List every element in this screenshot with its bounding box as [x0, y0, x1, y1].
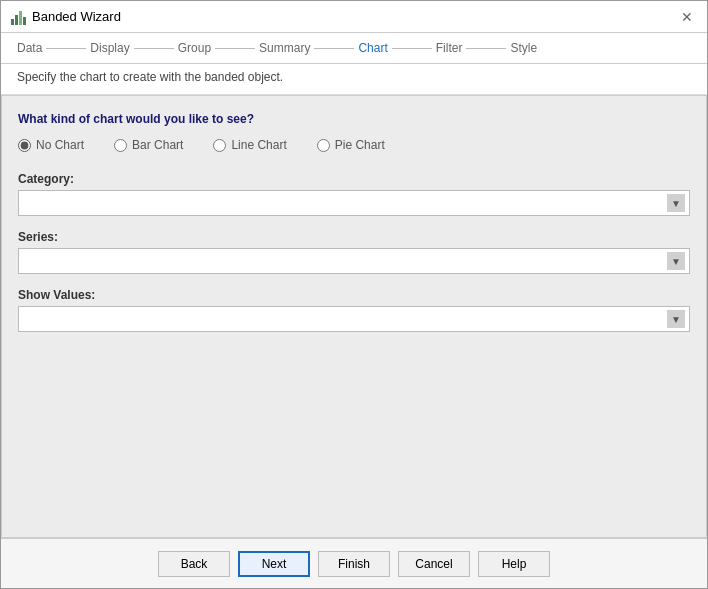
series-dropdown-arrow: ▼: [667, 252, 685, 270]
show-values-dropdown-arrow: ▼: [667, 310, 685, 328]
nav-item-group[interactable]: Group: [178, 41, 211, 55]
nav-sep-5: [388, 48, 436, 49]
nav-sep-4: [310, 48, 358, 49]
help-button[interactable]: Help: [478, 551, 550, 577]
show-values-label: Show Values:: [18, 288, 690, 302]
nav-item-summary[interactable]: Summary: [259, 41, 310, 55]
back-button[interactable]: Back: [158, 551, 230, 577]
wizard-window: Banded Wizard ✕ Data Display Group Summa…: [0, 0, 708, 589]
show-values-dropdown[interactable]: ▼: [18, 306, 690, 332]
cancel-button[interactable]: Cancel: [398, 551, 470, 577]
nav-sep-2: [130, 48, 178, 49]
app-icon: [11, 9, 26, 25]
nav-sep-1: [42, 48, 90, 49]
category-dropdown-arrow: ▼: [667, 194, 685, 212]
nav-sep-6: [462, 48, 510, 49]
nav-bar: Data Display Group Summary Chart Filter …: [1, 33, 707, 64]
close-button[interactable]: ✕: [677, 7, 697, 27]
chart-type-radio-group: No Chart Bar Chart Line Chart Pie Chart: [18, 138, 690, 152]
radio-line-chart[interactable]: Line Chart: [213, 138, 286, 152]
nav-item-data[interactable]: Data: [17, 41, 42, 55]
category-dropdown[interactable]: ▼: [18, 190, 690, 216]
nav-item-filter[interactable]: Filter: [436, 41, 463, 55]
nav-item-display[interactable]: Display: [90, 41, 129, 55]
nav-sep-3: [211, 48, 259, 49]
footer: Back Next Finish Cancel Help: [1, 538, 707, 588]
category-label: Category:: [18, 172, 690, 186]
series-label: Series:: [18, 230, 690, 244]
nav-item-style[interactable]: Style: [510, 41, 537, 55]
radio-no-chart[interactable]: No Chart: [18, 138, 84, 152]
title-bar-left: Banded Wizard: [11, 9, 121, 25]
title-bar: Banded Wizard ✕: [1, 1, 707, 33]
next-button[interactable]: Next: [238, 551, 310, 577]
nav-item-chart[interactable]: Chart: [358, 41, 387, 55]
radio-bar-chart[interactable]: Bar Chart: [114, 138, 183, 152]
subtitle: Specify the chart to create with the ban…: [1, 64, 707, 95]
finish-button[interactable]: Finish: [318, 551, 390, 577]
category-field-group: Category: ▼: [18, 172, 690, 216]
show-values-field-group: Show Values: ▼: [18, 288, 690, 332]
chart-question: What kind of chart would you like to see…: [18, 112, 690, 126]
radio-pie-chart[interactable]: Pie Chart: [317, 138, 385, 152]
window-title: Banded Wizard: [32, 9, 121, 24]
series-dropdown[interactable]: ▼: [18, 248, 690, 274]
main-content: What kind of chart would you like to see…: [1, 95, 707, 538]
series-field-group: Series: ▼: [18, 230, 690, 274]
